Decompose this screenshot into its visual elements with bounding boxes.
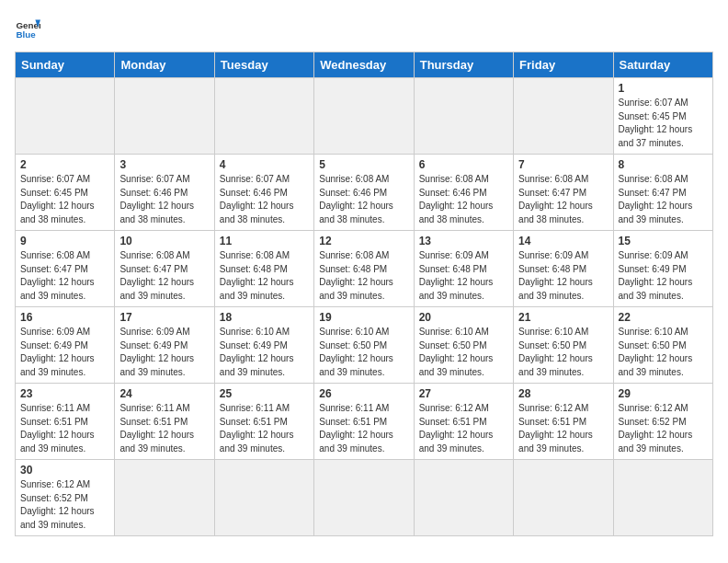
cell-info: Sunrise: 6:09 AM Sunset: 6:49 PM Dayligh… <box>20 326 109 379</box>
calendar-cell: 3Sunrise: 6:07 AM Sunset: 6:46 PM Daylig… <box>115 155 214 231</box>
weekday-header: Tuesday <box>214 52 313 78</box>
calendar-cell: 1Sunrise: 6:07 AM Sunset: 6:45 PM Daylig… <box>613 78 712 155</box>
calendar-cell: 23Sunrise: 6:11 AM Sunset: 6:51 PM Dayli… <box>16 384 115 460</box>
calendar-cell: 16Sunrise: 6:09 AM Sunset: 6:49 PM Dayli… <box>16 307 115 384</box>
day-number: 23 <box>20 387 109 400</box>
calendar-week-row: 16Sunrise: 6:09 AM Sunset: 6:49 PM Dayli… <box>16 307 713 384</box>
cell-info: Sunrise: 6:11 AM Sunset: 6:51 PM Dayligh… <box>119 402 209 455</box>
cell-info: Sunrise: 6:08 AM Sunset: 6:48 PM Dayligh… <box>319 249 408 303</box>
day-number: 7 <box>518 158 608 171</box>
calendar-cell: 6Sunrise: 6:08 AM Sunset: 6:46 PM Daylig… <box>414 155 513 231</box>
cell-info: Sunrise: 6:10 AM Sunset: 6:50 PM Dayligh… <box>319 326 408 379</box>
day-number: 14 <box>518 235 608 247</box>
calendar-cell: 2Sunrise: 6:07 AM Sunset: 6:45 PM Daylig… <box>16 155 115 231</box>
cell-info: Sunrise: 6:07 AM Sunset: 6:46 PM Dayligh… <box>220 173 309 226</box>
calendar-cell <box>514 78 613 155</box>
calendar-cell: 5Sunrise: 6:08 AM Sunset: 6:46 PM Daylig… <box>314 155 414 231</box>
cell-info: Sunrise: 6:10 AM Sunset: 6:50 PM Dayligh… <box>518 326 608 379</box>
calendar-cell: 12Sunrise: 6:08 AM Sunset: 6:48 PM Dayli… <box>314 231 414 307</box>
cell-info: Sunrise: 6:12 AM Sunset: 6:52 PM Dayligh… <box>20 478 109 532</box>
calendar-body: 1Sunrise: 6:07 AM Sunset: 6:45 PM Daylig… <box>16 78 713 536</box>
day-number: 26 <box>319 387 408 400</box>
day-number: 3 <box>119 158 209 171</box>
weekday-header: Friday <box>514 52 613 78</box>
calendar-cell <box>16 78 115 155</box>
calendar-cell: 17Sunrise: 6:09 AM Sunset: 6:49 PM Dayli… <box>115 307 214 384</box>
cell-info: Sunrise: 6:11 AM Sunset: 6:51 PM Dayligh… <box>20 402 109 455</box>
cell-info: Sunrise: 6:10 AM Sunset: 6:50 PM Dayligh… <box>619 326 708 379</box>
calendar-cell <box>214 460 313 536</box>
day-number: 4 <box>220 158 309 171</box>
cell-info: Sunrise: 6:11 AM Sunset: 6:51 PM Dayligh… <box>319 402 408 455</box>
cell-info: Sunrise: 6:08 AM Sunset: 6:47 PM Dayligh… <box>518 173 608 226</box>
day-number: 21 <box>518 311 608 324</box>
day-number: 15 <box>619 235 708 247</box>
day-number: 24 <box>119 387 209 400</box>
calendar-cell: 25Sunrise: 6:11 AM Sunset: 6:51 PM Dayli… <box>214 384 313 460</box>
calendar-cell: 24Sunrise: 6:11 AM Sunset: 6:51 PM Dayli… <box>115 384 214 460</box>
cell-info: Sunrise: 6:12 AM Sunset: 6:51 PM Dayligh… <box>419 402 508 455</box>
calendar-cell: 26Sunrise: 6:11 AM Sunset: 6:51 PM Dayli… <box>314 384 414 460</box>
cell-info: Sunrise: 6:09 AM Sunset: 6:49 PM Dayligh… <box>119 326 209 379</box>
calendar-cell: 14Sunrise: 6:09 AM Sunset: 6:48 PM Dayli… <box>514 231 613 307</box>
calendar-week-row: 23Sunrise: 6:11 AM Sunset: 6:51 PM Dayli… <box>16 384 713 460</box>
calendar-cell <box>613 460 712 536</box>
cell-info: Sunrise: 6:08 AM Sunset: 6:48 PM Dayligh… <box>220 249 309 303</box>
cell-info: Sunrise: 6:08 AM Sunset: 6:47 PM Dayligh… <box>20 249 109 303</box>
day-number: 10 <box>119 235 209 247</box>
page-header: General Blue <box>15 15 713 40</box>
day-number: 12 <box>319 235 408 247</box>
calendar-header-row: SundayMondayTuesdayWednesdayThursdayFrid… <box>16 52 713 78</box>
day-number: 13 <box>419 235 508 247</box>
calendar-cell: 28Sunrise: 6:12 AM Sunset: 6:51 PM Dayli… <box>514 384 613 460</box>
calendar-cell: 19Sunrise: 6:10 AM Sunset: 6:50 PM Dayli… <box>314 307 414 384</box>
calendar-cell <box>414 78 513 155</box>
calendar-cell: 18Sunrise: 6:10 AM Sunset: 6:49 PM Dayli… <box>214 307 313 384</box>
day-number: 18 <box>220 311 309 324</box>
calendar-week-row: 2Sunrise: 6:07 AM Sunset: 6:45 PM Daylig… <box>16 155 713 231</box>
day-number: 29 <box>619 387 708 400</box>
cell-info: Sunrise: 6:11 AM Sunset: 6:51 PM Dayligh… <box>220 402 309 455</box>
calendar-cell: 21Sunrise: 6:10 AM Sunset: 6:50 PM Dayli… <box>514 307 613 384</box>
cell-info: Sunrise: 6:07 AM Sunset: 6:45 PM Dayligh… <box>619 97 708 150</box>
calendar-cell: 29Sunrise: 6:12 AM Sunset: 6:52 PM Dayli… <box>613 384 712 460</box>
calendar-cell: 20Sunrise: 6:10 AM Sunset: 6:50 PM Dayli… <box>414 307 513 384</box>
day-number: 5 <box>319 158 408 171</box>
day-number: 22 <box>619 311 708 324</box>
calendar-cell: 30Sunrise: 6:12 AM Sunset: 6:52 PM Dayli… <box>16 460 115 536</box>
day-number: 25 <box>220 387 309 400</box>
day-number: 11 <box>220 235 309 247</box>
calendar-week-row: 9Sunrise: 6:08 AM Sunset: 6:47 PM Daylig… <box>16 231 713 307</box>
calendar-cell: 13Sunrise: 6:09 AM Sunset: 6:48 PM Dayli… <box>414 231 513 307</box>
cell-info: Sunrise: 6:07 AM Sunset: 6:46 PM Dayligh… <box>119 173 209 226</box>
calendar-cell <box>414 460 513 536</box>
day-number: 19 <box>319 311 408 324</box>
logo-icon: General Blue <box>15 15 40 40</box>
cell-info: Sunrise: 6:08 AM Sunset: 6:46 PM Dayligh… <box>319 173 408 226</box>
svg-text:Blue: Blue <box>16 29 36 40</box>
cell-info: Sunrise: 6:08 AM Sunset: 6:47 PM Dayligh… <box>619 173 708 226</box>
weekday-header: Wednesday <box>314 52 414 78</box>
calendar-cell <box>314 78 414 155</box>
day-number: 8 <box>619 158 708 171</box>
weekday-header: Thursday <box>414 52 513 78</box>
calendar-cell <box>115 78 214 155</box>
calendar-week-row: 30Sunrise: 6:12 AM Sunset: 6:52 PM Dayli… <box>16 460 713 536</box>
calendar-cell: 22Sunrise: 6:10 AM Sunset: 6:50 PM Dayli… <box>613 307 712 384</box>
calendar-table: SundayMondayTuesdayWednesdayThursdayFrid… <box>15 52 713 536</box>
calendar-cell <box>314 460 414 536</box>
day-number: 2 <box>20 158 109 171</box>
cell-info: Sunrise: 6:10 AM Sunset: 6:49 PM Dayligh… <box>220 326 309 379</box>
calendar-cell: 10Sunrise: 6:08 AM Sunset: 6:47 PM Dayli… <box>115 231 214 307</box>
weekday-header: Sunday <box>16 52 115 78</box>
calendar-cell: 7Sunrise: 6:08 AM Sunset: 6:47 PM Daylig… <box>514 155 613 231</box>
day-number: 17 <box>119 311 209 324</box>
calendar-cell: 4Sunrise: 6:07 AM Sunset: 6:46 PM Daylig… <box>214 155 313 231</box>
day-number: 28 <box>518 387 608 400</box>
calendar-cell: 8Sunrise: 6:08 AM Sunset: 6:47 PM Daylig… <box>613 155 712 231</box>
cell-info: Sunrise: 6:09 AM Sunset: 6:48 PM Dayligh… <box>518 249 608 303</box>
logo: General Blue <box>15 15 44 40</box>
day-number: 20 <box>419 311 508 324</box>
cell-info: Sunrise: 6:08 AM Sunset: 6:47 PM Dayligh… <box>119 249 209 303</box>
cell-info: Sunrise: 6:09 AM Sunset: 6:48 PM Dayligh… <box>419 249 508 303</box>
